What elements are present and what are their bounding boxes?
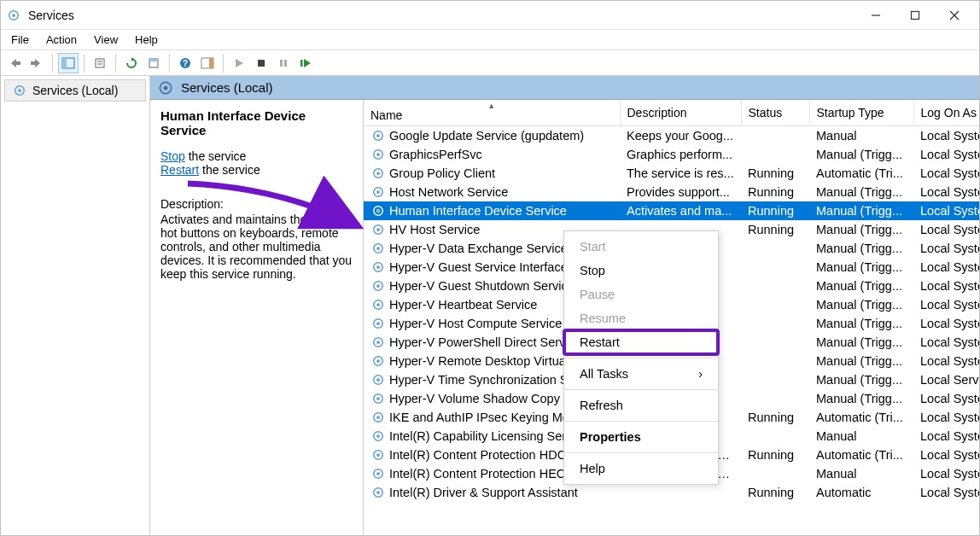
col-log-on-as[interactable]: Log On As	[913, 100, 979, 126]
service-row[interactable]: Host Network ServiceProvides support...R…	[364, 183, 979, 201]
service-logon-cell: Local System	[913, 446, 979, 464]
service-startup-cell: Automatic (Tri...	[809, 408, 913, 427]
service-startup-cell: Manual	[809, 464, 913, 483]
ctx-help[interactable]: Help	[564, 457, 718, 481]
service-name-cell: Hyper-V Host Compute Service	[389, 317, 562, 330]
service-status-cell: Running	[741, 483, 809, 502]
show-hide-tree-button[interactable]	[58, 53, 79, 73]
ctx-all-tasks[interactable]: All Tasks›	[564, 362, 718, 386]
svg-point-34	[376, 190, 380, 194]
ctx-start: Start	[564, 235, 718, 259]
svg-point-42	[376, 265, 380, 269]
main-header-title: Services (Local)	[181, 80, 273, 95]
service-status-cell	[741, 370, 809, 389]
svg-rect-19	[258, 60, 265, 67]
svg-point-46	[376, 303, 380, 306]
gear-icon	[370, 259, 386, 275]
service-startup-cell: Manual (Trigg...	[809, 277, 913, 295]
back-button[interactable]	[4, 53, 25, 73]
service-status-cell	[741, 352, 809, 370]
svg-point-32	[376, 172, 380, 175]
service-desc-cell: The service is res...	[620, 164, 741, 183]
col-status[interactable]: Status	[741, 100, 809, 126]
main-header: Services (Local)	[150, 76, 979, 100]
ctx-restart[interactable]: Restart	[564, 330, 718, 354]
gear-icon	[370, 203, 386, 218]
gear-icon	[370, 316, 386, 331]
tree-node-services-local[interactable]: Services (Local)	[4, 79, 146, 102]
service-row[interactable]: Google Update Service (gupdatem)Keeps yo…	[364, 126, 979, 146]
close-button[interactable]	[935, 3, 974, 28]
gear-icon	[370, 353, 386, 369]
service-row[interactable]: Group Policy ClientThe service is res...…	[364, 164, 979, 183]
ctx-pause: Pause	[564, 283, 718, 306]
refresh-button[interactable]	[121, 53, 142, 73]
toolbar: ?	[1, 50, 979, 76]
service-logon-cell: Local System	[913, 408, 979, 427]
service-name-cell: Hyper-V Guest Shutdown Service	[389, 279, 575, 293]
service-status-cell	[741, 277, 809, 295]
service-startup-cell: Manual (Trigg...	[809, 314, 913, 333]
service-desc-cell: Provides support...	[620, 183, 741, 201]
service-row[interactable]: GraphicsPerfSvcGraphics perform...Manual…	[364, 145, 979, 164]
ctx-refresh[interactable]: Refresh	[564, 393, 718, 417]
svg-rect-14	[149, 59, 158, 61]
menu-view[interactable]: View	[85, 31, 126, 49]
svg-rect-20	[280, 60, 283, 67]
stop-service-button[interactable]	[251, 53, 271, 73]
stop-service-link[interactable]: Stop	[160, 149, 185, 163]
export-list-button[interactable]	[90, 53, 110, 73]
ctx-properties[interactable]: Properties	[564, 425, 718, 449]
service-startup-cell: Automatic	[809, 483, 913, 502]
restart-service-link[interactable]: Restart	[160, 163, 199, 177]
service-row[interactable]: Intel(R) Driver & Support AssistantRunni…	[364, 483, 979, 502]
service-startup-cell: Manual (Trigg...	[809, 258, 913, 277]
restart-service-button[interactable]	[295, 53, 316, 73]
service-logon-cell: Local System	[913, 295, 979, 314]
menu-action[interactable]: Action	[38, 31, 85, 49]
svg-point-26	[164, 85, 168, 90]
svg-point-28	[376, 134, 380, 137]
forward-button[interactable]	[26, 53, 47, 73]
service-desc-cell: Graphics perform...	[620, 145, 741, 164]
service-name-cell: Hyper-V Time Synchronization Se...	[389, 373, 586, 387]
service-name-cell: Google Update Service (gupdatem)	[389, 129, 584, 143]
service-name-cell: Hyper-V Volume Shadow Copy Re...	[389, 392, 590, 405]
ctx-resume: Resume	[564, 306, 718, 330]
detail-pane: Human Interface Device Service Stop the …	[150, 100, 364, 535]
col-startup-type[interactable]: Startup Type	[809, 100, 913, 126]
service-logon-cell: Local System	[913, 164, 979, 183]
pause-service-button[interactable]	[273, 53, 294, 73]
service-status-cell	[741, 295, 809, 314]
service-logon-cell: Local Service	[913, 370, 979, 389]
start-service-button[interactable]	[229, 53, 249, 73]
service-name-cell: IKE and AuthIP IPsec Keying Mod...	[389, 411, 586, 424]
service-startup-cell: Manual (Trigg...	[809, 145, 913, 164]
menu-help[interactable]: Help	[126, 31, 166, 49]
service-row[interactable]: Human Interface Device ServiceActivates …	[364, 201, 979, 220]
svg-rect-7	[31, 61, 36, 65]
service-logon-cell: Local System	[913, 277, 979, 295]
service-status-cell: Running	[741, 183, 809, 201]
service-logon-cell: Local System	[913, 483, 979, 502]
menu-file[interactable]: File	[3, 31, 38, 49]
service-startup-cell: Manual (Trigg...	[809, 389, 913, 408]
maximize-button[interactable]	[895, 3, 935, 28]
selected-service-name: Human Interface Device Service	[160, 108, 353, 137]
ctx-stop[interactable]: Stop	[564, 259, 718, 283]
service-startup-cell: Manual (Trigg...	[809, 295, 913, 314]
context-menu: Start Stop Pause Resume Restart All Task…	[563, 230, 719, 485]
service-status-cell	[741, 314, 809, 333]
show-hide-action-pane-button[interactable]	[197, 53, 218, 73]
col-name[interactable]: ▲Name	[364, 100, 620, 126]
help-button[interactable]: ?	[175, 53, 195, 73]
service-startup-cell: Manual	[809, 427, 913, 446]
gear-icon	[370, 391, 386, 406]
properties-button[interactable]	[143, 53, 164, 73]
console-tree: Services (Local)	[1, 76, 150, 535]
title-bar: Services	[1, 1, 979, 30]
minimize-button[interactable]	[856, 3, 895, 28]
svg-point-44	[376, 284, 380, 288]
gear-icon	[370, 485, 386, 500]
col-description[interactable]: Description	[620, 100, 741, 126]
